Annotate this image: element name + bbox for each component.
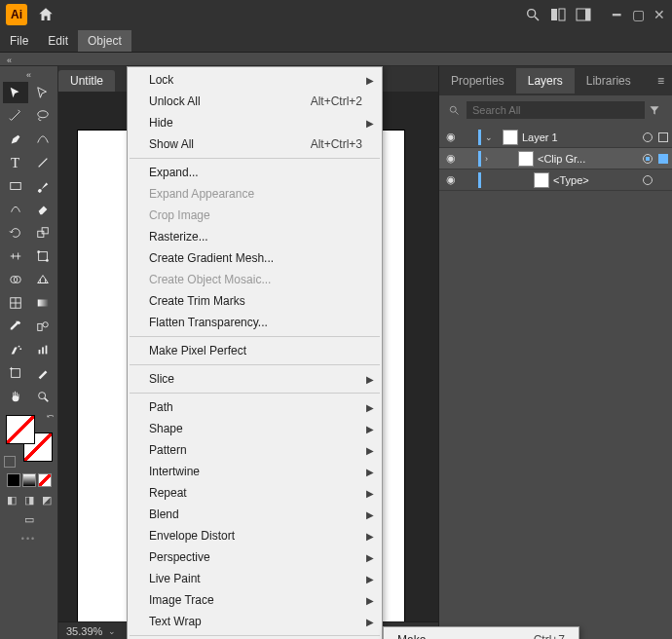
edit-toolbar-icon[interactable]: •••: [21, 534, 36, 544]
menu-slice[interactable]: Slice▶: [128, 368, 382, 390]
layer-row[interactable]: ◉ <Type>: [439, 169, 672, 191]
eraser-tool-icon[interactable]: [30, 199, 56, 220]
shape-builder-tool-icon[interactable]: [3, 269, 28, 290]
menu-path[interactable]: Path▶: [128, 396, 382, 418]
minimize-button[interactable]: ━: [608, 6, 625, 23]
menu-file[interactable]: File: [0, 30, 38, 52]
panel-menu-icon[interactable]: ≡: [650, 74, 672, 88]
selection-tool-icon[interactable]: [3, 82, 28, 103]
menu-shape[interactable]: Shape▶: [128, 418, 382, 439]
visibility-toggle-icon[interactable]: ◉: [443, 173, 459, 186]
selection-indicator-icon: [658, 175, 668, 185]
menu-expand[interactable]: Expand...: [128, 162, 382, 183]
perspective-grid-tool-icon[interactable]: [30, 269, 56, 290]
tab-layers[interactable]: Layers: [516, 68, 575, 94]
gradient-tool-icon[interactable]: [30, 292, 56, 314]
submenu-make[interactable]: MakeCtrl+7: [384, 629, 579, 639]
panel-collapse-icon[interactable]: «: [26, 70, 31, 80]
menu-text-wrap[interactable]: Text Wrap▶: [128, 611, 382, 632]
menu-perspective[interactable]: Perspective▶: [128, 546, 382, 568]
expand-icon[interactable]: ⌄: [485, 132, 495, 142]
curvature-tool-icon[interactable]: [30, 129, 56, 150]
type-tool-icon[interactable]: T: [3, 152, 28, 173]
layer-row[interactable]: ◉ › <Clip Gr...: [439, 148, 672, 169]
menu-object[interactable]: Object: [78, 30, 131, 52]
menu-image-trace[interactable]: Image Trace▶: [128, 589, 382, 611]
screen-mode-icon[interactable]: ▭: [22, 512, 36, 526]
options-caret-icon[interactable]: «: [7, 56, 12, 65]
menu-pattern[interactable]: Pattern▶: [128, 439, 382, 461]
menu-show-all[interactable]: Show AllAlt+Ctrl+3: [128, 133, 382, 155]
menu-lock[interactable]: Lock▶: [128, 69, 382, 91]
fill-swatch-icon[interactable]: [6, 415, 35, 444]
fill-stroke-swatch[interactable]: ⤺: [6, 415, 53, 462]
width-tool-icon[interactable]: [3, 245, 28, 267]
visibility-toggle-icon[interactable]: ◉: [443, 131, 459, 143]
zoom-level[interactable]: 35.39%: [66, 625, 102, 637]
home-icon[interactable]: [37, 6, 55, 23]
menu-flatten-transparency[interactable]: Flatten Transparency...: [128, 312, 382, 333]
artboard-tool-icon[interactable]: [3, 362, 28, 384]
menu-rasterize[interactable]: Rasterize...: [128, 226, 382, 247]
hand-tool-icon[interactable]: [3, 386, 28, 407]
maximize-button[interactable]: ▢: [629, 6, 647, 23]
target-icon[interactable]: [643, 132, 653, 142]
none-mode-icon[interactable]: [38, 473, 52, 487]
column-graph-tool-icon[interactable]: [30, 339, 56, 360]
draw-normal-icon[interactable]: ◧: [5, 493, 19, 507]
rectangle-tool-icon[interactable]: [3, 175, 28, 197]
scale-tool-icon[interactable]: [30, 222, 56, 244]
search-icon[interactable]: [520, 2, 545, 27]
layers-search-input[interactable]: [467, 101, 645, 119]
color-mode-icon[interactable]: [7, 473, 20, 487]
direct-selection-tool-icon[interactable]: [30, 82, 56, 103]
gradient-mode-icon[interactable]: [22, 473, 36, 487]
status-dropdown-icon[interactable]: ⌄: [108, 626, 116, 636]
menu-create-gradient-mesh[interactable]: Create Gradient Mesh...: [128, 247, 382, 269]
tab-libraries[interactable]: Libraries: [575, 68, 643, 94]
draw-inside-icon[interactable]: ◩: [40, 493, 54, 507]
target-icon[interactable]: [643, 154, 653, 164]
target-icon[interactable]: [643, 175, 653, 185]
menu-blend[interactable]: Blend▶: [128, 504, 382, 525]
visibility-toggle-icon[interactable]: ◉: [443, 152, 459, 165]
menu-make-pixel-perfect[interactable]: Make Pixel Perfect: [128, 340, 382, 361]
menu-intertwine[interactable]: Intertwine▶: [128, 461, 382, 482]
menu-edit[interactable]: Edit: [38, 30, 78, 52]
menu-hide[interactable]: Hide▶: [128, 112, 382, 133]
menu-envelope-distort[interactable]: Envelope Distort▶: [128, 525, 382, 546]
app-logo[interactable]: Ai: [6, 4, 27, 25]
selection-indicator-icon: [658, 132, 668, 142]
eyedropper-tool-icon[interactable]: [3, 316, 28, 337]
document-tab[interactable]: Untitle: [58, 70, 115, 92]
layer-row[interactable]: ◉ ⌄ Layer 1: [439, 127, 672, 148]
tab-properties[interactable]: Properties: [439, 68, 516, 94]
svg-rect-8: [10, 183, 20, 190]
close-button[interactable]: ✕: [651, 6, 668, 23]
lasso-tool-icon[interactable]: [30, 105, 56, 127]
filter-icon[interactable]: [649, 104, 666, 116]
free-transform-tool-icon[interactable]: [30, 245, 56, 267]
zoom-tool-icon[interactable]: [30, 386, 56, 407]
symbol-sprayer-tool-icon[interactable]: [3, 339, 28, 360]
swap-fill-stroke-icon[interactable]: ⤺: [47, 411, 55, 421]
expand-icon[interactable]: ›: [485, 154, 495, 164]
menu-live-paint[interactable]: Live Paint▶: [128, 568, 382, 589]
pen-tool-icon[interactable]: [3, 129, 28, 150]
menu-unlock-all[interactable]: Unlock AllAlt+Ctrl+2: [128, 91, 382, 112]
svg-rect-18: [37, 323, 41, 330]
magic-wand-tool-icon[interactable]: [3, 105, 28, 127]
menu-create-trim-marks[interactable]: Create Trim Marks: [128, 290, 382, 312]
default-fill-stroke-icon[interactable]: [4, 456, 16, 468]
menu-repeat[interactable]: Repeat▶: [128, 482, 382, 504]
shaper-tool-icon[interactable]: [3, 199, 28, 220]
workspace-switcher-icon[interactable]: [571, 2, 596, 27]
slice-tool-icon[interactable]: [30, 362, 56, 384]
paintbrush-tool-icon[interactable]: [30, 175, 56, 197]
draw-behind-icon[interactable]: ◨: [22, 493, 36, 507]
arrange-documents-icon[interactable]: [545, 2, 571, 27]
blend-tool-icon[interactable]: [30, 316, 56, 337]
rotate-tool-icon[interactable]: [3, 222, 28, 244]
mesh-tool-icon[interactable]: [3, 292, 28, 314]
line-segment-tool-icon[interactable]: [30, 152, 56, 173]
